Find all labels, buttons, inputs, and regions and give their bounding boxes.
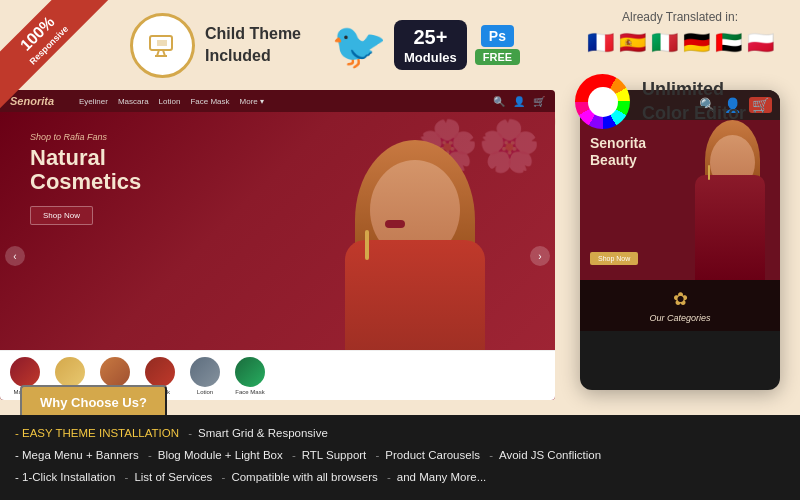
hero-subtitle: Shop to Rafia Fans <box>30 132 141 142</box>
bottom-bar: Why Choose Us? - EASY THEME INSTALLATION… <box>0 400 800 500</box>
feature-smart-grid: Smart Grid & Responsive <box>198 423 328 445</box>
user-icon[interactable]: 👤 <box>513 96 525 107</box>
mobile-cat-title: Our Categories <box>588 313 772 323</box>
category-lotion[interactable]: Lotion <box>190 357 220 395</box>
flag-it: 🇮🇹 <box>651 30 678 56</box>
search-icon[interactable]: 🔍 <box>493 96 505 107</box>
hero-title-line1: Natural <box>30 146 141 170</box>
child-theme-badge: Child Theme Included <box>130 13 301 78</box>
desktop-mockup: Senorita Eyeliner Mascara Lotion Face Ma… <box>0 90 555 400</box>
right-panel: Already Translated in: 🇫🇷 🇪🇸 🇮🇹 🇩🇪 🇦🇪 🇵🇱… <box>560 0 800 137</box>
svg-rect-4 <box>157 40 167 46</box>
feature-list-services: List of Services <box>134 467 212 489</box>
category-facemask[interactable]: Face Mask <box>235 357 265 395</box>
feature-one-click: - 1-Click Installation <box>15 467 115 489</box>
nav-more[interactable]: More ▾ <box>240 97 264 106</box>
carousel-prev[interactable]: ‹ <box>5 246 25 266</box>
hero-shop-button[interactable]: Shop Now <box>30 206 93 225</box>
hero-title-line2: Cosmetics <box>30 170 141 194</box>
cart-icon[interactable]: 🛒 <box>533 96 545 107</box>
feature-no-conflict: Avoid JS Confliction <box>499 445 601 467</box>
mobile-categories: ✿ Our Categories <box>580 280 780 331</box>
modules-badge: 25+ Modules <box>394 20 467 71</box>
puffin-icon: 🐦 <box>331 18 386 73</box>
flags-row: 🇫🇷 🇪🇸 🇮🇹 🇩🇪 🇦🇪 🇵🇱 <box>575 30 785 56</box>
mobile-cat-icon: ✿ <box>588 288 772 310</box>
features-row-3: - 1-Click Installation - List of Service… <box>15 467 785 489</box>
child-theme-line2: Included <box>205 45 301 67</box>
flag-es: 🇪🇸 <box>619 30 646 56</box>
feature-all-browsers: Compatible with all browsers <box>231 467 377 489</box>
ps-badge: Ps <box>481 25 514 47</box>
translated-title: Already Translated in: <box>575 10 785 24</box>
desktop-mockup-container: Senorita Eyeliner Mascara Lotion Face Ma… <box>0 90 555 400</box>
cat-label-facemask: Face Mask <box>235 389 264 395</box>
modules-section: 🐦 25+ Modules Ps FREE <box>331 18 520 73</box>
features-section: - EASY THEME INSTALLATION - Smart Grid &… <box>0 415 800 500</box>
hero-title: Natural Cosmetics <box>30 146 141 194</box>
mobile-shop-btn[interactable]: Shop Now <box>590 252 638 265</box>
ps-free-badge: Ps FREE <box>475 25 520 65</box>
translated-section: Already Translated in: 🇫🇷 🇪🇸 🇮🇹 🇩🇪 🇦🇪 🇵🇱 <box>560 0 800 66</box>
modules-label: Modules <box>404 50 457 67</box>
mockup-nav-icons: 🔍 👤 🛒 <box>493 96 545 107</box>
color-editor-section: UnlimitedColor Editor <box>560 66 800 137</box>
feature-rtl: RTL Support <box>302 445 367 467</box>
cat-label-lotion: Lotion <box>197 389 213 395</box>
modules-count: 25+ <box>404 24 457 50</box>
feature-lightbox: Blog Module + Light Box <box>158 445 283 467</box>
mobile-hero: SenoritaBeauty Shop Now <box>580 120 780 280</box>
flag-de: 🇩🇪 <box>683 30 710 56</box>
feature-more: and Many More... <box>397 467 486 489</box>
nav-lotion[interactable]: Lotion <box>159 97 181 106</box>
features-row-1: - EASY THEME INSTALLATION - Smart Grid &… <box>15 423 785 445</box>
ribbon-text: 100% Responsive <box>0 0 113 109</box>
hero-text: Shop to Rafia Fans Natural Cosmetics Sho… <box>30 132 141 225</box>
mockup-nav-links: Eyeliner Mascara Lotion Face Mask More ▾ <box>79 97 478 106</box>
color-wheel-icon <box>575 74 630 129</box>
flag-pl: 🇵🇱 <box>747 30 774 56</box>
child-theme-text: Child Theme Included <box>205 23 301 68</box>
feature-easy-install: - EASY THEME INSTALLATION <box>15 423 179 445</box>
nav-facemask[interactable]: Face Mask <box>190 97 229 106</box>
features-row-2: - Mega Menu + Banners - Blog Module + Li… <box>15 445 785 467</box>
color-editor-text: UnlimitedColor Editor <box>642 78 746 125</box>
feature-carousels: Product Carousels <box>385 445 480 467</box>
child-theme-icon <box>130 13 195 78</box>
ribbon: 100% Responsive <box>0 0 130 130</box>
carousel-next[interactable]: › <box>530 246 550 266</box>
hero-area: 🌸🌸 Shop to Rafia Fans Natural Cosmetics … <box>0 112 555 400</box>
feature-mega-menu: - Mega Menu + Banners <box>15 445 139 467</box>
flag-fr: 🇫🇷 <box>587 30 614 56</box>
mobile-hero-text: SenoritaBeauty <box>590 135 646 169</box>
child-theme-line1: Child Theme <box>205 23 301 45</box>
free-badge: FREE <box>475 49 520 65</box>
mobile-model <box>675 120 775 280</box>
flag-ae: 🇦🇪 <box>715 30 742 56</box>
